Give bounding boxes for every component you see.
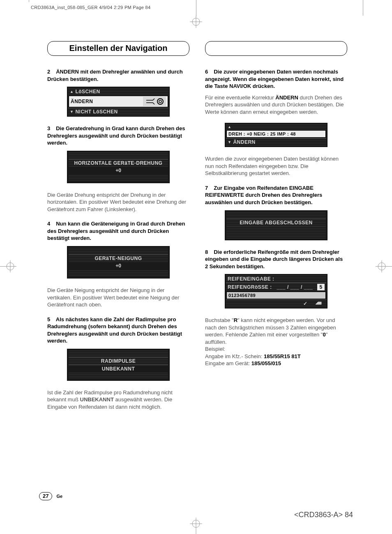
- body-8: Buchstabe "R" kann nicht eingegeben werd…: [205, 317, 347, 367]
- step-5: 5 Als nächstes kann die Zahl der Radimpu…: [47, 316, 189, 345]
- page-content: Einstellen der Navigation 2 ÄNDERN mit d…: [47, 41, 347, 418]
- triangle-down-icon: ▼: [70, 110, 74, 114]
- eraser-icon: [315, 301, 322, 306]
- triangle-down-icon: ▼: [228, 140, 231, 144]
- step-4: 4 Nun kann die Geräteneigung in Grad dur…: [47, 220, 189, 242]
- document-footer-id: <CRD3863-A> 84: [294, 511, 353, 519]
- digit-box: 5: [317, 284, 325, 290]
- step-3: 3 Die Geratedrehung in Grad kann durch D…: [47, 125, 189, 147]
- crop-mark-top-cross: [190, 16, 202, 28]
- triangle-up-icon: ▲: [228, 125, 231, 129]
- lcd-loeschen-aendern: ▲LöSCHEN ÄNDERN ▼NICHT LöSCHEN: [67, 87, 170, 117]
- body-3: Die Geräte Drehung entspricht der Drehun…: [47, 191, 189, 213]
- page-number: 27: [39, 492, 52, 500]
- left-column: 2 ÄNDERN mit dem Drehregler anwählen und…: [47, 68, 189, 418]
- check-icon: ✓: [303, 301, 308, 306]
- body-6: Für eine eventuelle Korrektur ÄNDERN dur…: [205, 94, 347, 116]
- body-4: Die Geräte Neigung entspricht der Neigun…: [47, 287, 189, 308]
- right-column: 6 Die zuvor eingegebenen Daten werden no…: [205, 68, 347, 418]
- crop-mark-top-right: [363, 0, 363, 16]
- step-6: 6 Die zuvor eingegebenen Daten werden no…: [205, 68, 347, 90]
- crop-mark-left: [0, 260, 16, 274]
- lcd-reifeneingabe: REIFENEINGABE : REIFENGRöSSE : ___ / ___…: [225, 274, 327, 308]
- crop-mark-top-line: [196, 0, 196, 16]
- step-8: 8 Die erforderliche Reifengröße mit dem …: [205, 249, 347, 270]
- body-5: Ist die Zahl der Radimpulse pro Radumdre…: [47, 389, 189, 411]
- crop-mark-right: [376, 260, 392, 274]
- lcd-radimpulse: RADIMPULSE UNBEKANNT: [67, 349, 170, 381]
- step-7: 7 Zur Eingabe von Reifendaten EINGABE RE…: [205, 184, 347, 206]
- lcd-geraete-neigung: GERäTE-NEIGUNG +0: [67, 246, 170, 279]
- body-6d: Wurden die zuvor eingegebenen Daten best…: [205, 155, 347, 177]
- step-2: 2 ÄNDERN mit dem Drehregler anwählen und…: [47, 68, 189, 83]
- lcd-dreh-neig-imp: ▲ DREH : +0 NEIG : 25 IMP : 48 ▼ÄNDERN: [225, 123, 327, 147]
- triangle-up-icon: ▲: [70, 90, 74, 94]
- svg-point-12: [157, 99, 163, 104]
- lcd-eingabe-abgeschlossen: EINGABE ABGESCHLOSSEN: [225, 210, 327, 240]
- section-heading-empty: [205, 41, 347, 56]
- print-header: CRD3863A_inst_058-085_GER 4/9/04 2:29 PM…: [31, 5, 150, 10]
- section-heading: Einstellen der Navigation: [47, 41, 189, 56]
- crop-mark-top-left: [29, 0, 29, 2]
- crop-mark-bottom: [190, 518, 202, 534]
- language-code: Ge: [56, 494, 62, 499]
- page-footer: 27 Ge: [39, 492, 62, 500]
- tire-wrench-icon: [143, 97, 166, 106]
- lcd-horizontale-drehung: HORIZONTALE GERäTE-DREHUNG +0: [67, 151, 170, 183]
- svg-point-13: [159, 100, 161, 103]
